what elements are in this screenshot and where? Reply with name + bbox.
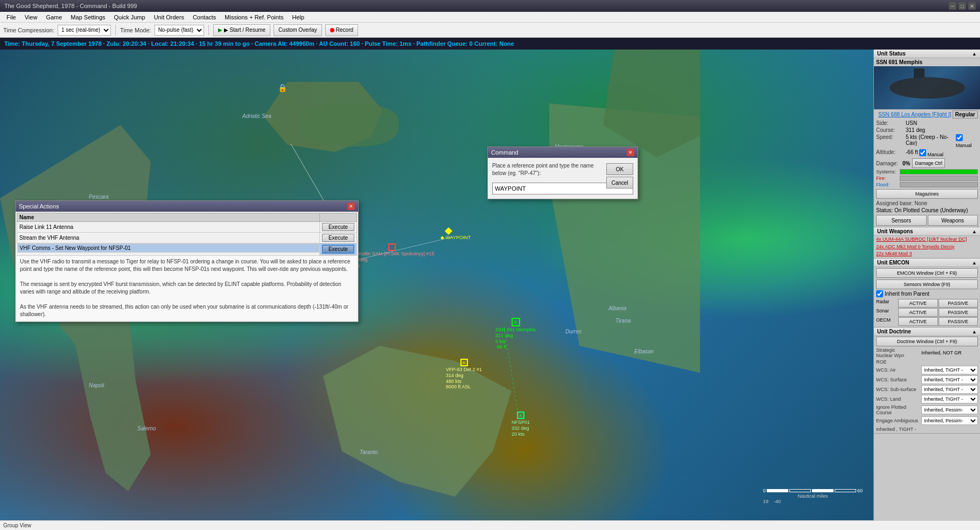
menu-file[interactable]: File <box>2 13 20 22</box>
unit-status-row: Status: On Plotted Course (Underway) <box>874 207 980 214</box>
sub-sail <box>914 68 925 78</box>
emcon-collapse-btn[interactable]: ▲ <box>972 260 977 266</box>
emcon-radar-passive-btn[interactable]: PASSIVE <box>939 299 978 308</box>
fire-label: Fire: <box>876 176 898 181</box>
unit-nfsp01[interactable]: A NFSP01 332 deg 20 kts <box>512 412 530 437</box>
doctrine-strategic-row: StrategicNuclear Wpn Inherited, NOT GR <box>874 347 980 359</box>
menu-unit-orders[interactable]: Unit Orders <box>150 13 188 22</box>
unit-em-kotlin[interactable]: EM Kotlin SAM [Pr.56K Spokoinyy] #15 111… <box>350 243 435 268</box>
unit-weapons-collapse-btn[interactable]: ▲ <box>972 229 977 234</box>
command-dialog-titlebar[interactable]: Command ✕ <box>488 147 638 158</box>
command-ok-btn[interactable]: OK <box>606 163 633 175</box>
course-row: Course: 311 deg <box>874 127 980 134</box>
altitude-manual-checkbox[interactable] <box>919 149 926 156</box>
sensors-btn[interactable]: Sensors <box>876 215 927 226</box>
altitude-value: -66 ft <box>906 149 918 157</box>
speed-manual-checkbox[interactable] <box>956 134 963 141</box>
unit-ssn691[interactable]: A SSN 691 Memphis 311 deg 5 kts -66 ft <box>495 318 536 350</box>
menu-contacts[interactable]: Contacts <box>188 13 220 22</box>
lock-icon: 🔒 <box>278 83 287 92</box>
command-buttons: OK Cancel <box>606 163 633 189</box>
doctrine-engage-ambiguous-row: Engage Ambiguous Inherited, Pessim- <box>874 416 980 426</box>
fire-bar-bg <box>900 176 978 181</box>
doctrine-wcs-subsurface-select[interactable]: Inherited, TIGHT - <box>921 385 978 394</box>
command-dialog-title: Command <box>491 149 519 156</box>
weapons-link-3[interactable]: 22x Mk48 Mod 3 <box>874 250 980 258</box>
emcon-oecm-active-btn[interactable]: ACTIVE <box>898 317 938 326</box>
emcon-sonar-passive-btn[interactable]: PASSIVE <box>939 308 978 317</box>
menu-help[interactable]: Help <box>288 13 309 22</box>
emcon-radar-active-btn[interactable]: ACTIVE <box>898 299 938 308</box>
sa-description: Use the VHF radio to transmit a message … <box>17 255 357 320</box>
sa-execute-1-btn[interactable]: Execute <box>322 234 354 242</box>
doctrine-window-btn[interactable]: Doctrine Window (Ctrl + F9) <box>876 337 978 346</box>
menu-game[interactable]: Game <box>41 13 66 22</box>
doctrine-wcs-air-select[interactable]: Inherited, TIGHT - <box>921 366 978 374</box>
sa-row-0[interactable]: Raise Link 11 Antenna Execute <box>17 222 357 233</box>
doctrine-engage-ambiguous-select[interactable]: Inherited, Pessim- <box>921 416 978 425</box>
doctrine-collapse-btn[interactable]: ▲ <box>972 329 977 334</box>
map-area[interactable]: Adriatic Sea Montenegro Pescara Albania … <box>0 50 873 520</box>
sa-col-header-name: Name <box>17 213 320 222</box>
sensors-window-btn[interactable]: Sensors Window (F9) <box>876 280 978 289</box>
sa-row-1[interactable]: Stream the VHF Antenna Execute <box>17 233 357 243</box>
inherit-parent-checkbox[interactable] <box>876 290 883 297</box>
menu-bar: File View Game Map Settings Quick Jump U… <box>0 12 980 23</box>
sa-row-1-name: Stream the VHF Antenna <box>17 233 320 243</box>
menu-map-settings[interactable]: Map Settings <box>66 13 109 22</box>
record-button[interactable]: Record <box>325 24 358 36</box>
doctrine-strategic-value: Inherited, NOT GR <box>921 350 962 355</box>
window-controls[interactable]: ─ □ ✕ <box>949 2 976 10</box>
flood-bar-bg <box>900 182 978 187</box>
unit-name-display: SSN 691 Memphis <box>874 58 980 66</box>
sa-row-0-name: Raise Link 11 Antenna <box>17 222 320 233</box>
weapons-link-1[interactable]: 4x UUM-44A SUBROC [10kT Nuclear DC] <box>874 236 980 243</box>
start-resume-button[interactable]: ▶ ▶ Start / Resume <box>213 24 270 36</box>
special-actions-close-btn[interactable]: ✕ <box>347 203 355 210</box>
sa-row-2[interactable]: VHF Comms - Set New Waypoint for NFSP-01… <box>17 243 357 255</box>
unit-link-row: SSN 688 Los Angeles [Flight I] Regular <box>874 109 980 120</box>
maximize-btn[interactable]: □ <box>958 2 966 10</box>
sensors-weapons-row: Sensors Weapons <box>874 214 980 227</box>
magazines-btn[interactable]: Magazines <box>876 189 978 199</box>
doctrine-wcs-land-row: WCS: Land Inherited, TIGHT - <box>874 394 980 404</box>
menu-quick-jump[interactable]: Quick Jump <box>110 13 150 22</box>
damage-ctrl-btn[interactable]: Damage Ctrl <box>912 158 945 168</box>
weapons-btn[interactable]: Weapons <box>928 215 978 226</box>
emcon-radar-label: Radar <box>876 299 898 308</box>
emcon-window-btn[interactable]: EMCON Window (Ctrl + F9) <box>876 268 978 278</box>
command-dialog-close-btn[interactable]: ✕ <box>627 149 634 156</box>
title-bar: The Good Shepherd, 1978 - Command - Buil… <box>0 0 980 12</box>
special-actions-titlebar[interactable]: Special Actions ✕ <box>16 201 358 212</box>
doctrine-roe-row: ROE <box>874 359 980 365</box>
emcon-sonar-active-btn[interactable]: ACTIVE <box>898 308 938 317</box>
sa-col-header-execute <box>320 213 357 222</box>
fire-bar-row: Fire: <box>874 175 980 182</box>
unit-status-collapse-btn[interactable]: ▲ <box>972 51 977 57</box>
weapons-link-2[interactable]: 24x ADC Mk2 Mod 0 Torpedo Decoy <box>874 243 980 251</box>
doctrine-ignore-plotted-select[interactable]: Inherited, Pessim- <box>921 406 978 414</box>
sa-execute-2-btn[interactable]: Execute <box>322 245 354 254</box>
vfp63-label: VFP-63 Det 2 #1 <box>446 367 482 372</box>
minimize-btn[interactable]: ─ <box>949 2 956 10</box>
doctrine-wcs-land-select[interactable]: Inherited, TIGHT - <box>921 395 978 403</box>
main-area: Adriatic Sea Montenegro Pescara Albania … <box>0 50 980 520</box>
scale-bar: 0 60 Nautical miles 19 -40 <box>763 488 863 504</box>
speed-value: 5 kts (Creep - No-Cav) <box>906 134 955 148</box>
menu-missions[interactable]: Missions + Ref. Points <box>220 13 288 22</box>
close-btn[interactable]: ✕ <box>968 2 976 10</box>
menu-view[interactable]: View <box>20 13 42 22</box>
inherited-tight-note: Inherited , TIGHT - <box>874 426 980 433</box>
altitude-row: Altitude: -66 ft Manual <box>874 149 980 158</box>
unit-vfp63[interactable]: A VFP-63 Det 2 #1 314 deg 480 kts 8000 f… <box>446 359 482 390</box>
doctrine-wcs-surface-select[interactable]: Inherited, TIGHT - <box>921 375 978 384</box>
unit-weapons-header: Unit Weapons ▲ <box>874 227 980 236</box>
emcon-oecm-passive-btn[interactable]: PASSIVE <box>939 317 978 326</box>
sa-execute-0-btn[interactable]: Execute <box>322 223 354 231</box>
toolbar-divider-1 <box>115 25 116 36</box>
time-mode-select[interactable]: No-pulse (fast) Normal <box>155 25 204 36</box>
doctrine-section: Unit Doctrine ▲ Doctrine Window (Ctrl + … <box>874 327 980 434</box>
custom-overlay-button[interactable]: Custom Overlay <box>274 24 322 36</box>
command-cancel-btn[interactable]: Cancel <box>606 177 633 189</box>
time-compression-select[interactable]: 1 sec (real-time) 5 sec 30 sec <box>58 25 111 36</box>
